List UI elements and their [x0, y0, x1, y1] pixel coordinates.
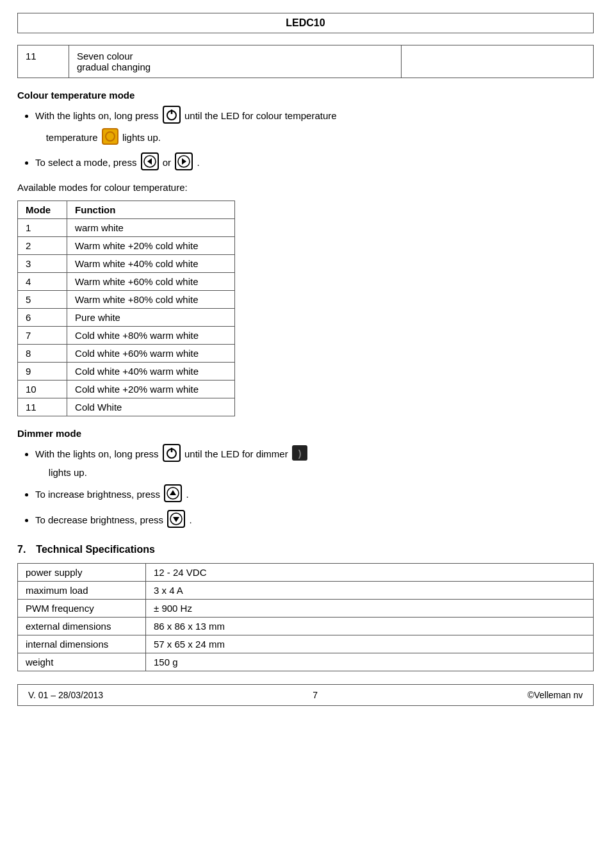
- dimmer-led-icon: ): [292, 445, 307, 465]
- table-row: 11: [18, 398, 67, 416]
- spec-value: 3 x 4 A: [146, 581, 594, 599]
- table-row: Warm white +60% cold white: [67, 272, 235, 290]
- table-row: 2: [18, 236, 67, 254]
- colour-temp-table: Mode Function 1warm white2Warm white +20…: [17, 201, 235, 416]
- footer-page: 7: [313, 690, 318, 700]
- bullet-2: To select a mode, press or: [35, 152, 594, 175]
- intro-number: 11: [18, 45, 69, 78]
- table-row: 3: [18, 254, 67, 272]
- tech-specs-section: 7. Technical Specifications power supply…: [17, 544, 594, 671]
- table-row: 5: [18, 290, 67, 308]
- dimmer-bullet1-pre: With the lights on, long press: [35, 448, 159, 459]
- dimmer-title: Dimmer mode: [17, 428, 594, 439]
- table-row: Cold white +60% warm white: [67, 344, 235, 362]
- table-row: 4: [18, 272, 67, 290]
- header-title: LEDC10: [18, 13, 594, 33]
- power-icon-2: [163, 444, 181, 466]
- spec-label: maximum load: [18, 581, 146, 599]
- dimmer-bullet2-pre: To increase brightness, press: [35, 489, 160, 500]
- bullet1-post: until the LED for colour temperature: [184, 110, 337, 121]
- power-icon-1: [163, 106, 181, 128]
- dimmer-bullet2-post: .: [186, 489, 188, 500]
- bullet2-pre: To select a mode, press: [35, 157, 136, 168]
- dimmer-bullet-1: With the lights on, long press until the…: [35, 444, 594, 480]
- specs-table: power supply12 - 24 VDCmaximum load3 x 4…: [17, 563, 594, 671]
- table-row: 9: [18, 362, 67, 380]
- spec-label: weight: [18, 653, 146, 671]
- table-row: Cold white +20% warm white: [67, 380, 235, 398]
- tech-specs-heading: 7. Technical Specifications: [17, 544, 594, 555]
- spec-label: power supply: [18, 563, 146, 581]
- svg-text:): ): [298, 448, 302, 459]
- left-arrow-icon: [141, 152, 159, 175]
- dimmer-bullet-2: To increase brightness, press .: [35, 484, 594, 507]
- col-function-header: Function: [67, 201, 235, 218]
- bullet1-pre: With the lights on, long press: [35, 110, 159, 121]
- table-row: 10: [18, 380, 67, 398]
- intro-description: Seven colourgradual changing: [69, 45, 402, 78]
- temp-led-icon: [102, 128, 118, 149]
- right-arrow-icon: [175, 152, 193, 175]
- table-row: 8: [18, 344, 67, 362]
- dimmer-section: Dimmer mode With the lights on, long pre…: [17, 428, 594, 532]
- table-row: Cold white +40% warm white: [67, 362, 235, 380]
- intro-extra: [402, 45, 594, 78]
- spec-value: ± 900 Hz: [146, 599, 594, 617]
- table-row: Warm white +80% cold white: [67, 290, 235, 308]
- table-row: Pure white: [67, 308, 235, 326]
- spec-label: PWM frequency: [18, 599, 146, 617]
- up-icon: [164, 484, 182, 507]
- down-icon: [167, 510, 185, 532]
- spec-value: 86 x 86 x 13 mm: [146, 617, 594, 635]
- spec-label: external dimensions: [18, 617, 146, 635]
- intro-row-table: 11 Seven colourgradual changing: [17, 45, 594, 78]
- bullet2-post: .: [197, 157, 199, 168]
- table-row: warm white: [67, 218, 235, 236]
- header-table: LEDC10: [17, 13, 594, 33]
- dimmer-bullet1-post2: lights up.: [49, 467, 87, 478]
- dimmer-bullet-3: To decrease brightness, press .: [35, 510, 594, 532]
- bullet2-mid: or: [163, 157, 171, 168]
- colour-temp-section: Colour temperature mode With the lights …: [17, 90, 594, 416]
- dimmer-bullet1-post: until the LED for dimmer: [184, 448, 288, 459]
- spec-value: 150 g: [146, 653, 594, 671]
- available-modes-label: Available modes for colour temperature:: [17, 180, 594, 195]
- colour-temp-title: Colour temperature mode: [17, 90, 594, 101]
- table-row: 6: [18, 308, 67, 326]
- spec-label: internal dimensions: [18, 635, 146, 653]
- table-row: Cold white +80% warm white: [67, 326, 235, 344]
- svg-rect-11: [163, 445, 180, 461]
- spec-value: 57 x 65 x 24 mm: [146, 635, 594, 653]
- col-mode-header: Mode: [18, 201, 67, 218]
- spec-value: 12 - 24 VDC: [146, 563, 594, 581]
- dimmer-bullet3-pre: To decrease brightness, press: [35, 514, 163, 525]
- footer-copyright: ©Velleman nv: [527, 690, 583, 700]
- dimmer-bullets: With the lights on, long press until the…: [17, 444, 594, 532]
- table-row: 7: [18, 326, 67, 344]
- colour-temp-bullets: With the lights on, long press until the…: [17, 106, 594, 175]
- dimmer-bullet3-post: .: [189, 514, 191, 525]
- svg-rect-0: [163, 106, 180, 123]
- table-row: Cold White: [67, 398, 235, 416]
- bullet-1: With the lights on, long press until the…: [35, 106, 594, 149]
- footer: V. 01 – 28/03/2013 7 ©Velleman nv: [17, 684, 594, 706]
- svg-point-4: [106, 132, 115, 141]
- footer-version: V. 01 – 28/03/2013: [28, 690, 103, 700]
- bullet1-post2: lights up.: [122, 132, 161, 143]
- table-row: 1: [18, 218, 67, 236]
- table-row: Warm white +20% cold white: [67, 236, 235, 254]
- table-row: Warm white +40% cold white: [67, 254, 235, 272]
